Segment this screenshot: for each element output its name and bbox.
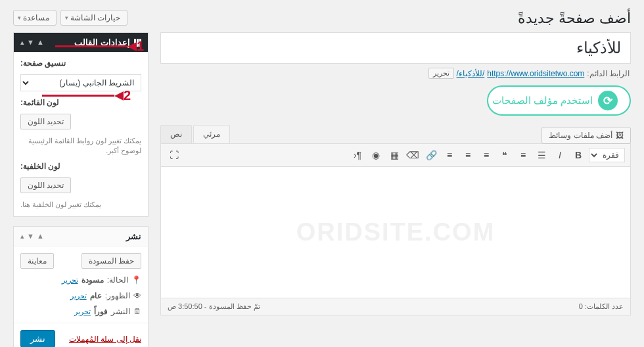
align-center-icon[interactable]: ≡ [460,147,476,163]
quote-icon[interactable]: ❝ [497,147,513,163]
arrow-up-icon[interactable]: ▲ [37,232,44,241]
arrow-up-icon[interactable]: ▲ [37,38,44,47]
schedule-edit-link[interactable]: تحرير [74,308,91,316]
number-list-icon[interactable]: ≡ [515,147,531,163]
fullscreen-icon[interactable]: ⛶ [166,147,182,163]
align-right-icon[interactable]: ≡ [478,147,494,163]
bg-color-button[interactable]: تحديد اللون [20,177,71,193]
editor-status-bar: عدد الكلمات: 0 تمّ حفظ المسودة - 3:50:50… [160,298,631,315]
readmore-icon[interactable]: ⌫ [405,147,421,163]
tab-visual[interactable]: مرئي [193,125,230,143]
tab-text[interactable]: نص [160,125,192,143]
screen-options-button[interactable]: خيارات الشاشة [60,10,127,26]
theme-settings-panel: إعدادات القالب ▲▼▴ تنسيق صفحة: الشريط ال… [13,32,149,217]
permalink-edit-button[interactable]: تحرير [428,68,454,79]
bullet-list-icon[interactable]: ☰ [534,147,549,163]
annotation-2: 2 [42,88,136,103]
toolbar-toggle-icon[interactable]: ▦ [386,147,402,163]
menu-color-hint: يمكنك تغيير لون روابط القائمة الرئيسية ل… [20,136,141,155]
permalink-slug[interactable]: /للأذكياء/ [457,69,485,78]
builder-label: استخدم مؤلف الصفحات [492,95,593,106]
page-heading: أضف صفحةً جديدةً [518,10,631,27]
watermark: ORIDSITE.COM [296,218,495,246]
eye-icon: 👁 [133,291,141,300]
layout-label: تنسيق صفحة: [20,58,66,68]
title-area: 1 [160,32,631,64]
editor-toolbar: فقرة B I ☰ ≡ ❝ ≡ ≡ ≡ 🔗 ⌫ ▦ ◉ ¶‹ ⛶ [160,143,631,167]
camera-icon: 🖼 [616,131,624,140]
builder-icon: ⟳ [598,91,618,110]
status-edit-link[interactable]: تحرير [62,276,78,285]
save-draft-button[interactable]: حفظ المسودة [81,253,141,269]
permalink-label: الرابط الدائم: [587,69,630,78]
link-icon[interactable]: 🔗 [423,147,439,163]
bg-color-label: لون الخلفية: [20,162,60,171]
add-media-button[interactable]: 🖼 أضف ملفات وسائط [541,127,631,144]
bg-color-hint: يمكنك تغيير لون الخلفية هنا. [20,200,101,210]
annotation-1: 1 [55,39,149,54]
help-button[interactable]: مساعدة [13,10,57,26]
calendar-icon: 🗓 [133,307,141,316]
permalink-base[interactable]: https://www.oridsitetwo.com [487,69,584,78]
menu-color-button[interactable]: تحديد اللون [20,114,71,129]
align-left-icon[interactable]: ≡ [442,147,457,163]
bold-icon[interactable]: B [570,147,586,163]
preview-button[interactable]: معاينة [20,253,54,269]
permalink-row: الرابط الدائم: https://www.oridsitetwo.c… [162,68,630,79]
page-builder-button[interactable]: ⟳ استخدم مؤلف الصفحات [487,85,631,116]
status-row: 📍 الحالة: مسودة تحرير [20,275,141,285]
schedule-row: 🗓 النشر فوراً تحرير [20,307,141,316]
collapse-icon[interactable]: ▴ [20,38,24,47]
italic-icon[interactable]: I [552,147,568,163]
move-to-trash-link[interactable]: نقل إلى سلة المُهملات [69,335,141,344]
editor-body[interactable]: ORIDSITE.COM [160,167,631,298]
visibility-row: 👁 الظهور: عام تحرير [20,291,141,300]
publish-header[interactable]: نشر ▲▼▴ [14,227,148,246]
publish-panel: نشر ▲▼▴ حفظ المسودة معاينة 📍 الحالة: مسو… [13,226,149,347]
visibility-edit-link[interactable]: تحرير [70,292,87,300]
page-title-input[interactable] [160,32,631,64]
shortcode-icon[interactable]: ◉ [368,147,384,163]
paragraph-format-select[interactable]: فقرة [589,148,625,162]
arrow-down-icon[interactable]: ▼ [27,38,34,47]
arrow-down-icon[interactable]: ▼ [27,232,34,241]
pin-icon: 📍 [131,275,141,285]
publish-button[interactable]: نشر [20,330,55,347]
collapse-icon[interactable]: ▴ [20,232,24,241]
ltr-icon[interactable]: ¶‹ [350,147,365,163]
